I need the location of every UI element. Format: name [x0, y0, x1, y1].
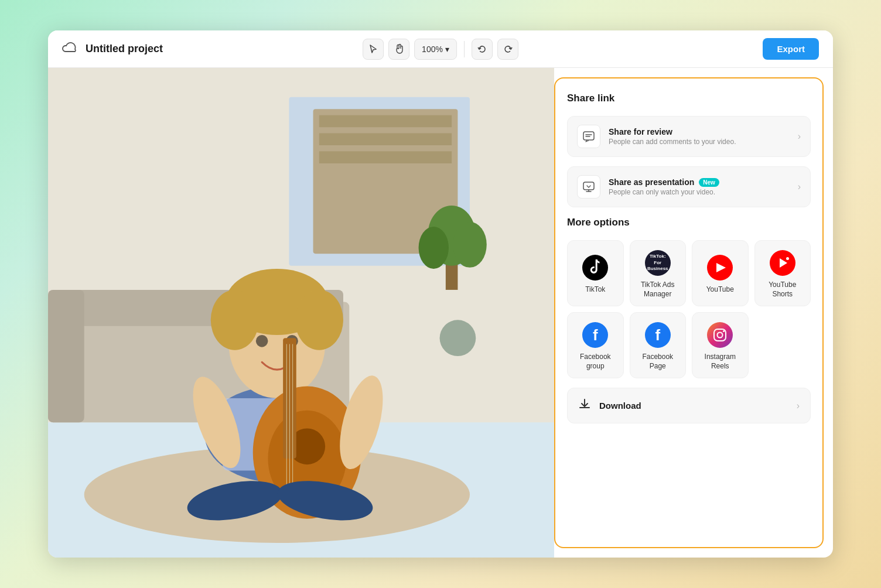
svg-point-15: [440, 320, 476, 356]
share-presentation-chevron: ›: [798, 182, 801, 192]
youtube-logo: [707, 255, 733, 281]
canvas-image: [48, 68, 554, 558]
instagram-reels-option[interactable]: Instagram Reels: [692, 312, 749, 378]
share-review-title: Share for review: [609, 127, 790, 136]
youtube-option[interactable]: YouTube: [692, 240, 749, 306]
svg-rect-6: [319, 151, 452, 163]
app-window: Untitled project 100% ▾: [48, 30, 833, 558]
cursor-tool-button[interactable]: [363, 39, 384, 60]
facebook-group-option[interactable]: f Facebook group: [567, 312, 624, 378]
youtube-shorts-option[interactable]: YouTube Shorts: [754, 240, 811, 306]
facebook-group-label: Facebook group: [572, 353, 619, 371]
svg-rect-37: [786, 257, 789, 260]
youtube-shorts-label: YouTube Shorts: [760, 281, 806, 299]
facebook-page-option[interactable]: f Facebook Page: [630, 312, 687, 378]
youtube-label: YouTube: [706, 285, 734, 295]
youtube-shorts-logo: [770, 250, 795, 276]
svg-rect-5: [319, 133, 452, 145]
share-review-item[interactable]: Share for review People can add comments…: [567, 116, 811, 157]
download-chevron: ›: [797, 401, 800, 411]
redo-button[interactable]: [497, 39, 518, 60]
svg-point-22: [256, 335, 268, 347]
download-icon: [578, 398, 591, 413]
canvas-area: [48, 68, 554, 558]
zoom-chevron-icon: ▾: [445, 45, 449, 54]
share-review-subtitle: People can add comments to your video.: [609, 138, 790, 146]
new-badge: New: [699, 178, 719, 187]
tiktok-ads-logo: TikTok:ForBusiness: [645, 250, 671, 276]
undo-button[interactable]: [472, 39, 493, 60]
share-presentation-item[interactable]: Share as presentation New People can onl…: [567, 166, 811, 207]
svg-point-20: [211, 290, 259, 350]
svg-rect-4: [319, 115, 452, 128]
share-link-title: Share link: [567, 93, 811, 104]
header: Untitled project 100% ▾: [48, 30, 833, 68]
share-presentation-title: Share as presentation New: [609, 177, 790, 187]
tiktok-label: TikTok: [585, 285, 605, 295]
header-divider: [464, 41, 465, 57]
zoom-level: 100%: [422, 45, 443, 54]
svg-point-39: [718, 333, 723, 338]
svg-point-40: [723, 330, 725, 332]
facebook-page-label: Facebook Page: [635, 353, 681, 371]
download-label: Download: [599, 401, 788, 411]
tiktok-ads-label: TikTok Ads Manager: [635, 281, 681, 299]
more-options-section: More options: [567, 217, 811, 231]
share-link-section: Share link: [567, 93, 811, 107]
main-content: Share link Share for review People can a…: [48, 68, 833, 558]
svg-rect-36: [583, 182, 594, 190]
project-title[interactable]: Untitled project: [86, 43, 163, 55]
tiktok-logo: [582, 255, 608, 281]
svg-point-12: [419, 227, 449, 269]
download-row[interactable]: Download ›: [567, 388, 811, 423]
more-options-title: More options: [567, 217, 811, 228]
share-presentation-subtitle: People can only watch your video.: [609, 188, 790, 196]
export-button[interactable]: Export: [763, 38, 819, 60]
share-panel: Share link Share for review People can a…: [554, 77, 824, 548]
cloud-icon: [62, 41, 78, 57]
header-right: Export: [763, 38, 819, 60]
facebook-page-logo: f: [645, 322, 671, 348]
share-review-chevron: ›: [798, 131, 801, 142]
svg-point-13: [453, 222, 487, 268]
svg-point-21: [295, 290, 343, 350]
facebook-group-logo: f: [582, 322, 608, 348]
tiktok-ads-option[interactable]: TikTok:ForBusiness TikTok Ads Manager: [630, 240, 687, 306]
share-presentation-text: Share as presentation New People can onl…: [609, 177, 790, 196]
header-center: 100% ▾: [363, 39, 518, 60]
svg-rect-35: [583, 132, 594, 140]
share-review-icon: [577, 125, 600, 148]
platforms-grid: TikTok TikTok:ForBusiness TikTok Ads Man…: [567, 240, 811, 378]
hand-tool-button[interactable]: [388, 39, 409, 60]
svg-rect-9: [48, 290, 84, 422]
tiktok-option[interactable]: TikTok: [567, 240, 624, 306]
share-presentation-icon: [577, 175, 600, 199]
share-review-text: Share for review People can add comments…: [609, 127, 790, 146]
zoom-button[interactable]: 100% ▾: [414, 39, 457, 60]
instagram-reels-label: Instagram Reels: [697, 353, 743, 371]
instagram-reels-logo: [707, 322, 733, 348]
